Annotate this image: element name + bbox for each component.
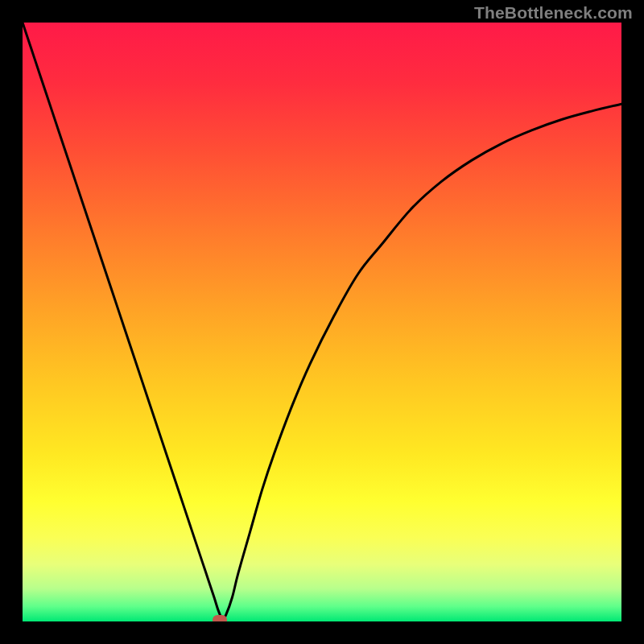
watermark-text: TheBottleneck.com <box>474 3 633 23</box>
chart-frame: TheBottleneck.com <box>0 0 644 644</box>
curve-layer <box>23 23 621 621</box>
bottleneck-curve <box>23 23 621 619</box>
plot-area <box>23 23 621 621</box>
minimum-marker <box>213 615 227 621</box>
